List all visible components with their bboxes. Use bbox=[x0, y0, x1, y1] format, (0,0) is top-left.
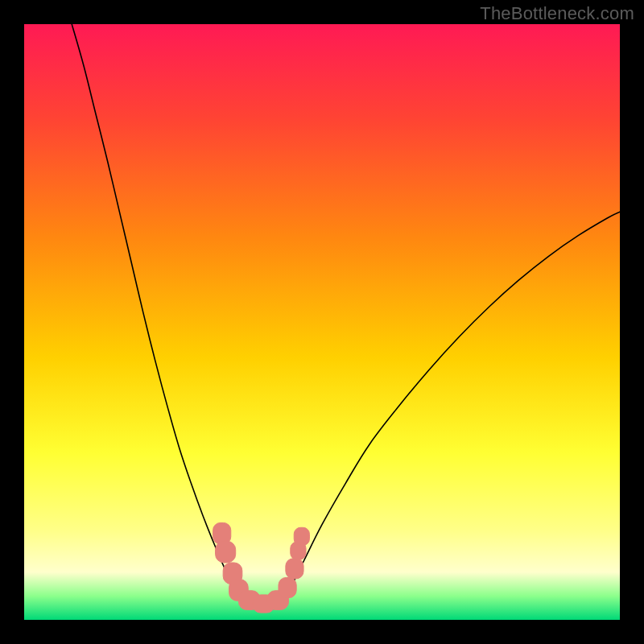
chart-frame: TheBottleneck.com bbox=[0, 0, 644, 644]
plot-area bbox=[24, 24, 620, 620]
watermark-text: TheBottleneck.com bbox=[480, 3, 634, 24]
coral-beads-10 bbox=[294, 527, 309, 545]
coral-beads-8 bbox=[286, 559, 303, 579]
gradient-background bbox=[24, 24, 620, 620]
coral-beads-7 bbox=[279, 577, 296, 597]
bottleneck-chart bbox=[24, 24, 620, 620]
coral-beads-1 bbox=[216, 541, 236, 563]
